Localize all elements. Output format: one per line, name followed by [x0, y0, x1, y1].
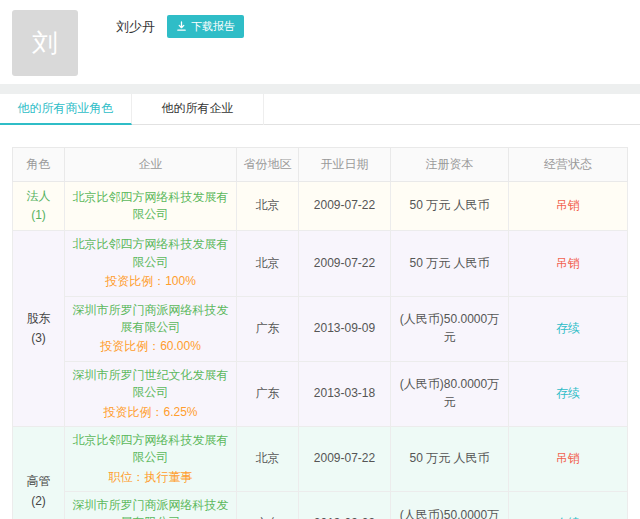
province-cell: 广东: [237, 361, 299, 426]
role-cell-legal-rep: 法人 (1): [13, 182, 65, 231]
avatar: 刘: [12, 10, 78, 76]
company-link[interactable]: 深圳市所罗门商派网络科技发展有限公司: [69, 497, 232, 519]
tab-companies[interactable]: 他的所有企业: [132, 94, 264, 125]
province-cell: 北京: [237, 426, 299, 491]
status-cell: 存续: [509, 361, 628, 426]
company-cell: 北京比邻四方网络科技发展有限公司: [65, 182, 237, 231]
table-row: 股东 (3) 北京比邻四方网络科技发展有限公司 投资比例：100% 北京 200…: [13, 231, 628, 296]
person-name: 刘少丹: [116, 18, 155, 36]
capital-cell: 50 万元 人民币: [391, 231, 509, 296]
page: 刘 刘少丹 下载报告 他的所有商业角色 他的所有企业 角色 企业 省份地区: [0, 0, 640, 519]
table-row: 高管 (2) 北京比邻四方网络科技发展有限公司 职位：执行董事 北京 2009-…: [13, 426, 628, 491]
role-cell-executive: 高管 (2): [13, 426, 65, 519]
company-cell: 深圳市所罗门商派网络科技发展有限公司 投资比例：60.00%: [65, 296, 237, 361]
role-label: 股东: [17, 309, 60, 328]
capital-cell: 50 万元 人民币: [391, 426, 509, 491]
province-cell: 广东: [237, 296, 299, 361]
open-date-cell: 2009-07-22: [299, 182, 391, 231]
role-count: (3): [17, 329, 60, 348]
table-row: 法人 (1) 北京比邻四方网络科技发展有限公司 北京 2009-07-22 50…: [13, 182, 628, 231]
open-date-cell: 2009-07-22: [299, 426, 391, 491]
status-cell: 吊销: [509, 182, 628, 231]
profile-header: 刘 刘少丹 下载报告: [0, 0, 640, 84]
column-header-company: 企业: [65, 148, 237, 182]
open-date-cell: 2013-09-09: [299, 492, 391, 519]
company-link[interactable]: 北京比邻四方网络科技发展有限公司: [69, 432, 232, 467]
province-cell: 北京: [237, 182, 299, 231]
company-link[interactable]: 深圳市所罗门商派网络科技发展有限公司: [69, 302, 232, 337]
capital-cell: (人民币)80.0000万元: [391, 361, 509, 426]
role-label: 法人: [17, 187, 60, 206]
capital-cell: (人民币)50.0000万元: [391, 492, 509, 519]
company-cell: 北京比邻四方网络科技发展有限公司 投资比例：100%: [65, 231, 237, 296]
capital-cell: 50 万元 人民币: [391, 182, 509, 231]
roles-table-wrap: 角色 企业 省份地区 开业日期 注册资本 经营状态 法人 (1) 北京比邻四方: [0, 125, 640, 519]
open-date-cell: 2009-07-22: [299, 231, 391, 296]
company-cell: 深圳市所罗门商派网络科技发展有限公司 职位：监事: [65, 492, 237, 519]
status-cell: 存续: [509, 492, 628, 519]
table-header-row: 角色 企业 省份地区 开业日期 注册资本 经营状态: [13, 148, 628, 182]
download-button-label: 下载报告: [191, 19, 235, 34]
company-link[interactable]: 深圳市所罗门世纪文化发展有限公司: [69, 367, 232, 402]
separator-band: [0, 84, 640, 94]
table-row: 深圳市所罗门商派网络科技发展有限公司 投资比例：60.00% 广东 2013-0…: [13, 296, 628, 361]
company-cell: 北京比邻四方网络科技发展有限公司 职位：执行董事: [65, 426, 237, 491]
company-link[interactable]: 北京比邻四方网络科技发展有限公司: [69, 189, 232, 224]
open-date-cell: 2013-03-18: [299, 361, 391, 426]
roles-table: 角色 企业 省份地区 开业日期 注册资本 经营状态 法人 (1) 北京比邻四方: [12, 147, 628, 519]
role-label: 高管: [17, 472, 60, 491]
tab-bar: 他的所有商业角色 他的所有企业: [0, 94, 640, 125]
table-row: 深圳市所罗门商派网络科技发展有限公司 职位：监事 广东 2013-09-09 (…: [13, 492, 628, 519]
investment-ratio: 投资比例：100%: [69, 273, 232, 290]
column-header-province: 省份地区: [237, 148, 299, 182]
capital-cell: (人民币)50.0000万元: [391, 296, 509, 361]
open-date-cell: 2013-09-09: [299, 296, 391, 361]
role-count: (1): [17, 206, 60, 225]
download-icon: [176, 21, 187, 32]
status-cell: 吊销: [509, 426, 628, 491]
company-cell: 深圳市所罗门世纪文化发展有限公司 投资比例：6.25%: [65, 361, 237, 426]
investment-ratio: 投资比例：60.00%: [69, 338, 232, 355]
status-cell: 存续: [509, 296, 628, 361]
province-cell: 广东: [237, 492, 299, 519]
column-header-role: 角色: [13, 148, 65, 182]
column-header-status: 经营状态: [509, 148, 628, 182]
role-cell-shareholder: 股东 (3): [13, 231, 65, 427]
avatar-text: 刘: [32, 26, 58, 61]
investment-ratio: 投资比例：6.25%: [69, 404, 232, 421]
company-link[interactable]: 北京比邻四方网络科技发展有限公司: [69, 236, 232, 271]
download-report-button[interactable]: 下载报告: [167, 15, 244, 38]
table-row: 深圳市所罗门世纪文化发展有限公司 投资比例：6.25% 广东 2013-03-1…: [13, 361, 628, 426]
column-header-open-date: 开业日期: [299, 148, 391, 182]
role-count: (2): [17, 492, 60, 511]
province-cell: 北京: [237, 231, 299, 296]
tab-business-roles[interactable]: 他的所有商业角色: [0, 94, 132, 125]
status-cell: 吊销: [509, 231, 628, 296]
position-label: 职位：执行董事: [69, 469, 232, 486]
column-header-capital: 注册资本: [391, 148, 509, 182]
